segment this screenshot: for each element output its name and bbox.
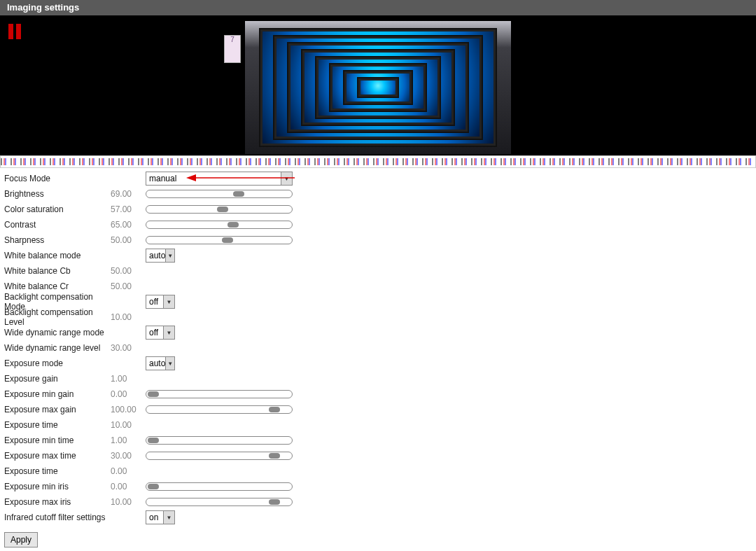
label: Exposure time bbox=[4, 420, 111, 430]
settings-panel: Focus Mode manual ▼ Brightness 69.00 Col… bbox=[0, 168, 756, 528]
row-blc-mode: Backlight compensation Mode off ▼ bbox=[4, 294, 752, 309]
contrast-slider[interactable] bbox=[146, 221, 293, 229]
value: 0.00 bbox=[111, 389, 146, 399]
slider-thumb bbox=[269, 453, 280, 459]
blc-mode-select[interactable]: off ▼ bbox=[146, 295, 175, 309]
value: 10.00 bbox=[111, 420, 146, 430]
row-exp-max-iris: Exposure max iris 10.00 bbox=[4, 494, 752, 510]
label: Color saturation bbox=[4, 204, 111, 214]
camera-frame: 7 bbox=[245, 21, 511, 154]
exp-mode-select[interactable]: auto ▼ bbox=[146, 356, 175, 370]
label: Wide dynamic range mode bbox=[4, 328, 111, 337]
value: 0.00 bbox=[111, 482, 146, 491]
select-value: off bbox=[149, 328, 158, 337]
label: Exposure min gain bbox=[4, 389, 111, 399]
stream-url-bar bbox=[0, 155, 756, 168]
label: Exposure max iris bbox=[4, 497, 111, 507]
label: Exposure max gain bbox=[4, 405, 111, 414]
ir-filter-select[interactable]: on ▼ bbox=[146, 510, 175, 524]
row-exp-time: Exposure time 10.00 bbox=[4, 417, 752, 433]
value: 30.00 bbox=[111, 451, 146, 461]
row-exp-min-iris: Exposure min iris 0.00 bbox=[4, 479, 752, 494]
select-value: on bbox=[149, 512, 158, 522]
slider-thumb bbox=[148, 438, 159, 443]
value: 0.00 bbox=[111, 466, 146, 476]
value: 50.00 bbox=[111, 266, 146, 276]
window-titlebar: Imaging settings bbox=[0, 0, 756, 15]
row-exp-gain: Exposure gain 1.00 bbox=[4, 371, 752, 386]
focus-mode-select[interactable]: manual ▼ bbox=[146, 172, 293, 186]
slider-thumb bbox=[148, 391, 159, 397]
pause-icon bbox=[8, 24, 13, 39]
row-contrast: Contrast 65.00 bbox=[4, 217, 752, 232]
label: Backlight compensation Level bbox=[4, 307, 111, 327]
row-wb-mode: White balance mode auto ▼ bbox=[4, 248, 752, 263]
row-exp-min-gain: Exposure min gain 0.00 bbox=[4, 386, 752, 402]
label: White balance Cr bbox=[4, 281, 111, 291]
row-exp-min-time: Exposure min time 1.00 bbox=[4, 433, 752, 448]
label: Exposure time bbox=[4, 466, 111, 476]
row-saturation: Color saturation 57.00 bbox=[4, 202, 752, 217]
chevron-down-icon: ▼ bbox=[163, 326, 174, 339]
chevron-down-icon: ▼ bbox=[163, 511, 174, 524]
row-exp-mode: Exposure mode auto ▼ bbox=[4, 356, 752, 371]
slider-thumb bbox=[227, 222, 239, 228]
select-value: manual bbox=[149, 174, 176, 183]
label: Exposure max time bbox=[4, 451, 111, 461]
value: 57.00 bbox=[111, 204, 146, 214]
chevron-down-icon: ▼ bbox=[163, 295, 174, 308]
value: 50.00 bbox=[111, 281, 146, 291]
value: 10.00 bbox=[111, 312, 146, 322]
label: Brightness bbox=[4, 189, 111, 199]
label: Exposure gain bbox=[4, 374, 111, 384]
row-exp-max-time: Exposure max time 30.00 bbox=[4, 448, 752, 463]
value: 65.00 bbox=[111, 220, 146, 230]
row-focus-mode: Focus Mode manual ▼ bbox=[4, 171, 752, 186]
slider-thumb bbox=[269, 407, 280, 412]
row-sharpness: Sharpness 50.00 bbox=[4, 232, 752, 248]
slider-thumb bbox=[269, 499, 280, 505]
row-exp-max-gain: Exposure max gain 100.00 bbox=[4, 402, 752, 417]
value: 1.00 bbox=[111, 374, 146, 384]
chevron-down-icon: ▼ bbox=[165, 249, 174, 262]
brightness-slider[interactable] bbox=[146, 190, 293, 198]
exp-max-gain-slider[interactable] bbox=[146, 405, 293, 414]
wdr-mode-select[interactable]: off ▼ bbox=[146, 326, 175, 340]
decor: 7 bbox=[224, 35, 241, 63]
exp-max-time-slider[interactable] bbox=[146, 452, 293, 460]
wb-mode-select[interactable]: auto ▼ bbox=[146, 249, 175, 263]
label: Focus Mode bbox=[4, 174, 111, 183]
slider-thumb bbox=[217, 207, 228, 212]
sharpness-slider[interactable] bbox=[146, 236, 293, 244]
exp-max-iris-slider[interactable] bbox=[146, 498, 293, 506]
exp-min-iris-slider[interactable] bbox=[146, 482, 293, 491]
value: 10.00 bbox=[111, 497, 146, 507]
saturation-slider[interactable] bbox=[146, 205, 293, 214]
value: 1.00 bbox=[111, 435, 146, 445]
value: 69.00 bbox=[111, 189, 146, 199]
label: Wide dynamic range level bbox=[4, 343, 111, 353]
label: Exposure min time bbox=[4, 435, 111, 445]
select-value: auto bbox=[149, 358, 165, 368]
value: 100.00 bbox=[111, 405, 146, 414]
chevron-down-icon: ▼ bbox=[281, 172, 292, 185]
slider-thumb bbox=[233, 191, 244, 197]
row-ir-filter: Infrared cutoff filter settings on ▼ bbox=[4, 510, 752, 525]
exp-min-gain-slider[interactable] bbox=[146, 390, 293, 398]
label: Exposure min iris bbox=[4, 482, 111, 491]
slider-thumb bbox=[148, 484, 159, 489]
video-preview: 7 bbox=[0, 15, 756, 155]
label: Infrared cutoff filter settings bbox=[4, 512, 111, 522]
label: Sharpness bbox=[4, 235, 111, 245]
pause-button[interactable] bbox=[8, 24, 21, 39]
exp-min-time-slider[interactable] bbox=[146, 436, 293, 445]
label: White balance Cb bbox=[4, 266, 111, 276]
row-wdr-mode: Wide dynamic range mode off ▼ bbox=[4, 325, 752, 340]
row-brightness: Brightness 69.00 bbox=[4, 186, 752, 202]
apply-button[interactable]: Apply bbox=[4, 532, 38, 547]
label: White balance mode bbox=[4, 251, 111, 260]
slider-thumb bbox=[222, 237, 233, 243]
pause-icon bbox=[16, 24, 21, 39]
row-blc-level: Backlight compensation Level 10.00 bbox=[4, 309, 752, 325]
row-wb-cr: White balance Cr 50.00 bbox=[4, 279, 752, 294]
